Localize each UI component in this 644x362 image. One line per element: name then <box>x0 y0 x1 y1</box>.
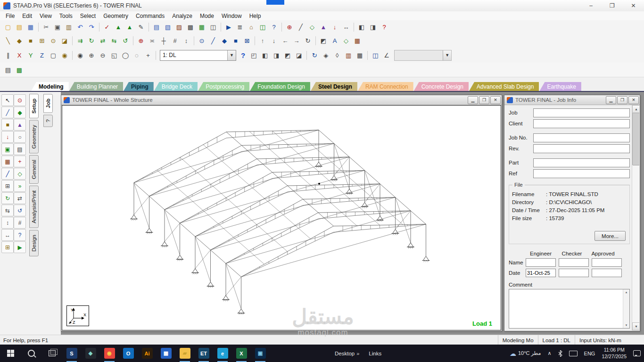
view-whole-structure-icon[interactable]: ◰ <box>248 50 259 61</box>
close-icon[interactable]: ✕ <box>490 96 501 104</box>
zoom-previous-icon[interactable]: ◌ <box>131 50 142 61</box>
stretch-tool-icon[interactable]: ↕ <box>1 217 14 229</box>
zoom-extents-icon[interactable]: ◯ <box>120 50 131 61</box>
save-view-icon[interactable]: ◨ <box>367 22 379 33</box>
circular-repeat-icon[interactable]: ↻ <box>1 192 14 204</box>
edit-input-icon[interactable]: ✎ <box>135 22 147 33</box>
chevron-down-icon[interactable]: ▼ <box>227 50 236 60</box>
section-view-icon[interactable]: ▥ <box>343 50 354 61</box>
scroll-up-icon[interactable]: ▲ <box>632 105 639 113</box>
select-nodes-icon[interactable]: ⊙ <box>196 35 207 46</box>
job-field[interactable] <box>533 108 630 117</box>
zoom-window-icon[interactable]: ◱ <box>108 50 120 61</box>
notification-center-button[interactable] <box>630 345 644 362</box>
menu-window[interactable]: Window <box>218 12 246 20</box>
links-toolbar-label[interactable]: Links <box>365 345 385 362</box>
node-cursor-icon[interactable]: ⊙ <box>14 94 26 106</box>
structure-diagrams-icon[interactable]: ◇ <box>340 35 352 46</box>
cut-section-icon[interactable]: ◫ <box>370 50 381 61</box>
tray-chevron[interactable]: ∧ <box>545 345 555 362</box>
view-top-icon[interactable]: ◩ <box>282 50 293 61</box>
add-plate-icon[interactable]: ◇ <box>14 168 26 180</box>
sidebar-tab--[interactable]: ? <box>43 115 53 127</box>
comment-textarea[interactable]: ▲ ▼ <box>509 289 630 329</box>
sidebar-tab-general[interactable]: General <box>29 155 39 184</box>
copy-icon[interactable]: ▣ <box>52 22 63 33</box>
sidebar-tab-design[interactable]: Design <box>29 230 39 256</box>
merge-beams-icon[interactable]: ≍ <box>147 35 158 46</box>
scrollbar-thumb[interactable] <box>632 113 639 165</box>
open-table-icon[interactable]: ◫ <box>257 22 268 33</box>
load-cursor-icon[interactable]: ↓ <box>1 131 14 143</box>
chevron-icon[interactable]: » <box>355 351 361 356</box>
renumber-tool-icon[interactable]: # <box>14 217 26 229</box>
mode-tab-ram-connection[interactable]: RAM Connection <box>358 82 413 91</box>
run-analysis-tool-icon[interactable]: ▶ <box>14 241 26 253</box>
property-cursor-icon[interactable]: ▣ <box>1 143 14 155</box>
help-icon[interactable]: ? <box>241 51 245 59</box>
taskbar-app-app-blue[interactable]: ▦ <box>157 345 175 362</box>
filter-parallel-icon[interactable]: ∥ <box>2 50 14 61</box>
material-cursor-icon[interactable]: ▦ <box>1 156 14 167</box>
restore-icon[interactable]: ❐ <box>479 96 489 104</box>
print-icon[interactable]: ▤ <box>151 22 162 33</box>
snap-node-beam-icon[interactable]: ⊙ <box>48 35 59 46</box>
minimize-button[interactable]: – <box>580 0 602 11</box>
stretch-beam-icon[interactable]: ↕ <box>181 35 192 46</box>
sort-ascending-icon[interactable]: ▲ <box>113 22 124 33</box>
mode-tab-earthquake[interactable]: Earthquake <box>539 82 581 91</box>
perspective-view-icon[interactable]: ◈ <box>320 50 331 61</box>
load-tool-icon[interactable]: ↓ <box>329 22 340 33</box>
minimize-icon[interactable]: ▁ <box>606 96 616 104</box>
engineer-date-field[interactable] <box>526 269 556 277</box>
dynamic-zoom-icon[interactable]: ◉ <box>74 50 86 61</box>
client-field[interactable] <box>533 119 630 128</box>
wireframe-toggle-icon[interactable]: ▦ <box>354 50 365 61</box>
sort-descending-icon[interactable]: ▲ <box>124 22 135 33</box>
run-analysis-icon[interactable]: ▶ <box>223 22 234 33</box>
copy-picture-icon[interactable]: ▤ <box>2 65 14 75</box>
spell-check-icon[interactable]: ✓ <box>101 22 113 33</box>
sidebar-tab-job[interactable]: Job <box>43 94 53 113</box>
sidebar-tab-setup[interactable]: Setup <box>29 94 39 118</box>
print-preview-icon[interactable]: ▧ <box>162 22 173 33</box>
view-management-icon[interactable]: ◧ <box>356 22 367 33</box>
dimension-tool-icon[interactable]: ↔ <box>1 229 14 241</box>
taskbar-app-folder[interactable]: ▰ <box>175 345 194 362</box>
plate-grid-icon[interactable]: ◆ <box>14 35 25 46</box>
checker-date-field[interactable] <box>559 269 589 277</box>
menu-commands[interactable]: Commands <box>132 12 168 20</box>
insert-node-tool-icon[interactable]: ⊕ <box>135 35 147 46</box>
approved-name-field[interactable] <box>592 258 622 267</box>
query-tool-icon[interactable]: ? <box>14 229 26 241</box>
support-cursor-icon[interactable]: ▲ <box>14 119 26 131</box>
staad-editor-icon[interactable]: ≣ <box>234 22 246 33</box>
search-button[interactable] <box>21 345 41 362</box>
menu-tools[interactable]: Tools <box>56 12 76 20</box>
rotate-up-icon[interactable]: ↑ <box>257 35 268 46</box>
rotate-right-icon[interactable]: → <box>291 35 302 46</box>
mode-tab-advanced-slab-design[interactable]: Advanced Slab Design <box>469 82 539 91</box>
print-report-icon[interactable]: ▨ <box>173 22 185 33</box>
open-file-icon[interactable]: ▤ <box>14 22 25 33</box>
select-plates-icon[interactable]: ◆ <box>219 35 230 46</box>
dimension-tool-icon[interactable]: ↔ <box>340 22 352 33</box>
taskbar-app-chrome[interactable]: ◉ <box>100 345 119 362</box>
renumber-icon[interactable]: # <box>169 35 181 46</box>
structure-wizard-icon[interactable]: ⌂ <box>246 22 257 33</box>
menu-mode[interactable]: Mode <box>196 12 218 20</box>
menu-edit[interactable]: Edit <box>18 12 36 20</box>
save-file-icon[interactable]: ▦ <box>25 22 36 33</box>
approved-date-field[interactable] <box>592 269 622 277</box>
touch-keyboard-button[interactable] <box>566 345 581 362</box>
select-x-axis-icon[interactable]: X <box>14 50 25 61</box>
scroll-up-icon[interactable]: ▲ <box>623 289 629 295</box>
bend-tool-icon[interactable]: ∠ <box>381 50 392 61</box>
paste-icon[interactable]: ▥ <box>63 22 74 33</box>
labels-toggle-icon[interactable]: A <box>329 35 340 46</box>
move-entities-icon[interactable]: ⇄ <box>97 35 108 46</box>
add-beam-icon[interactable]: ╱ <box>295 22 306 33</box>
more-button[interactable]: More... <box>594 231 626 241</box>
split-beam-icon[interactable]: ┼ <box>158 35 169 46</box>
render-view-icon[interactable]: ▦ <box>352 35 363 46</box>
